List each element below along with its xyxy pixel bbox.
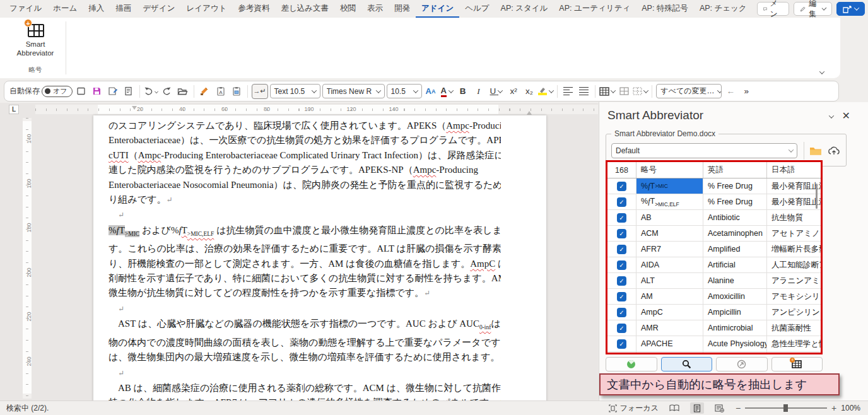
- menu-tab[interactable]: 開発: [389, 0, 416, 18]
- row-checkbox[interactable]: ✓: [617, 182, 626, 191]
- profile-dropdown[interactable]: Default: [611, 143, 797, 158]
- insert-abbrev-table-button[interactable]: +: [771, 357, 823, 371]
- paste-image-button[interactable]: [230, 84, 243, 99]
- subscript-button[interactable]: x₂: [522, 84, 536, 99]
- table-scrollbar[interactable]: [816, 184, 818, 209]
- row-checkbox[interactable]: ✓: [617, 308, 626, 317]
- column-header-abbr[interactable]: 略号: [636, 162, 703, 178]
- row-checkbox[interactable]: ✓: [617, 245, 626, 254]
- column-header-count[interactable]: 168: [607, 162, 636, 178]
- table-row[interactable]: ✓ABAntibiotic抗生物質: [607, 210, 821, 226]
- horizontal-ruler[interactable]: 20406080100120140: [35, 105, 598, 114]
- cloud-upload-button[interactable]: [826, 143, 842, 158]
- new-document-button[interactable]: [74, 84, 88, 99]
- open-button[interactable]: [176, 84, 190, 99]
- row-checkbox[interactable]: ✓: [617, 292, 626, 301]
- comments-button[interactable]: コメント: [757, 2, 789, 16]
- menu-tab[interactable]: 校閲: [334, 0, 361, 18]
- row-checkbox[interactable]: ✓: [617, 229, 626, 238]
- column-header-english[interactable]: 英語: [703, 162, 767, 178]
- vertical-ruler[interactable]: 140160180200220240: [23, 118, 32, 399]
- web-layout-button[interactable]: [713, 402, 727, 414]
- paste-text-button[interactable]: A: [214, 84, 228, 99]
- font-color-button[interactable]: A: [440, 84, 454, 99]
- row-checkbox[interactable]: ✓: [617, 197, 626, 207]
- align-justify-button[interactable]: [577, 84, 591, 99]
- format-painter-button[interactable]: [198, 84, 212, 99]
- open-profile-button[interactable]: [808, 143, 823, 158]
- save-as-button[interactable]: [106, 84, 120, 99]
- row-checkbox[interactable]: ✓: [617, 213, 626, 223]
- insert-table-button[interactable]: [599, 84, 615, 99]
- table-row[interactable]: ✓APEKSAmpc-ProducingAmpC産生エンテロ: [607, 352, 821, 354]
- table-borders-button[interactable]: [617, 84, 631, 99]
- zoom-slider-thumb[interactable]: [783, 404, 788, 412]
- print-layout-button[interactable]: [690, 402, 704, 414]
- menu-tab[interactable]: ホーム: [47, 0, 83, 18]
- row-checkbox[interactable]: ✓: [617, 324, 626, 333]
- menu-tab[interactable]: デザイン: [137, 0, 180, 18]
- grow-font-button[interactable]: AA: [424, 84, 438, 99]
- zoom-in-button[interactable]: +: [831, 403, 836, 413]
- table-row[interactable]: ✓%fT>MIC% Free Drug最小発育阻止濃度: [607, 178, 821, 194]
- highlight-button[interactable]: [538, 84, 553, 99]
- table-row[interactable]: ✓AMAmoxicillinアモキシシリン: [607, 289, 821, 305]
- undo-button[interactable]: [144, 84, 158, 99]
- editing-mode-button[interactable]: 編集: [794, 2, 832, 16]
- extract-search-button[interactable]: [661, 357, 713, 371]
- row-checkbox[interactable]: ✓: [617, 260, 626, 270]
- search-status[interactable]: 検索中 (2/2).: [6, 403, 49, 414]
- menu-tab[interactable]: レイアウト: [180, 0, 232, 18]
- menu-tab[interactable]: AP: スタイル: [495, 0, 554, 18]
- save-button[interactable]: [90, 84, 104, 99]
- row-checkbox[interactable]: ✓: [617, 276, 626, 286]
- analyze-button[interactable]: [606, 357, 657, 371]
- menu-tab[interactable]: アドイン: [416, 0, 459, 18]
- tab-selector[interactable]: L: [9, 105, 19, 114]
- table-row[interactable]: ✓AIDAArtificial人工知能診断アシス: [607, 257, 821, 273]
- wrap-return-button[interactable]: →↵: [252, 84, 268, 99]
- menu-tab[interactable]: 差し込み文書: [275, 0, 334, 18]
- table-row[interactable]: ✓AFR7Amplified増幅断片長多型性: [607, 242, 821, 257]
- menu-tab[interactable]: ファイル: [4, 0, 47, 18]
- row-checkbox[interactable]: ✓: [617, 339, 626, 349]
- redo-button[interactable]: [160, 84, 174, 99]
- menu-tab[interactable]: 表示: [361, 0, 389, 18]
- zoom-value[interactable]: 100%: [841, 404, 860, 412]
- column-header-japanese[interactable]: 日本語: [767, 162, 821, 178]
- menu-tab[interactable]: 挿入: [83, 0, 110, 18]
- pane-options-icon[interactable]: [829, 113, 834, 118]
- table-row[interactable]: ✓%fT>MIC,ELF% Free Drug最小発育阻止濃度: [607, 194, 821, 210]
- ribbon-collapse-icon[interactable]: [819, 69, 824, 74]
- bold-button[interactable]: B: [456, 84, 470, 99]
- menu-tab[interactable]: AP: 特殊記号: [636, 0, 694, 18]
- align-left-button[interactable]: [561, 84, 575, 99]
- table-row[interactable]: ✓ACMAcetaminophenアセトアミノフェン: [607, 226, 821, 242]
- share-button[interactable]: [836, 2, 865, 16]
- apply-button[interactable]: [716, 357, 768, 371]
- zoom-slider[interactable]: [745, 407, 827, 409]
- table-draw-button[interactable]: [633, 84, 648, 99]
- menu-tab[interactable]: ヘルプ: [459, 0, 495, 18]
- read-mode-button[interactable]: [667, 402, 681, 414]
- underline-button[interactable]: U: [488, 84, 505, 99]
- superscript-button[interactable]: x²: [507, 84, 520, 99]
- table-row[interactable]: ✓AmpCAmpicillinアンピシリン: [607, 305, 821, 320]
- document-text[interactable]: のスコアリングシステムであり、臨床現場で広く使用されています。APEKS（Amp…: [108, 119, 501, 400]
- menu-tab[interactable]: 描画: [110, 0, 137, 18]
- right-indent-marker[interactable]: [527, 111, 532, 115]
- font-size-dropdown[interactable]: 10.5: [387, 84, 422, 98]
- toolbar-overflow-button[interactable]: »: [739, 84, 753, 99]
- italic-button[interactable]: I: [472, 84, 486, 99]
- menu-tab[interactable]: AP: ユーティリティ: [553, 0, 636, 18]
- focus-mode-button[interactable]: フォーカス: [609, 403, 659, 414]
- document-page[interactable]: のスコアリングシステムであり、臨床現場で広く使用されています。APEKS（Amp…: [93, 115, 546, 400]
- smart-abbreviator-button[interactable]: + Smart Abbreviator: [8, 20, 62, 58]
- table-row[interactable]: ✓APACHEAcute Physiology急性生理学と慢性: [607, 336, 821, 352]
- pane-close-icon[interactable]: ✕: [842, 110, 850, 122]
- print-preview-button[interactable]: [122, 84, 136, 99]
- menu-tab[interactable]: 参考資料: [232, 0, 275, 18]
- first-line-indent-marker[interactable]: [132, 106, 137, 110]
- menu-tab[interactable]: AP: チェック: [694, 0, 753, 18]
- style-dropdown[interactable]: Text 10.5: [270, 84, 320, 98]
